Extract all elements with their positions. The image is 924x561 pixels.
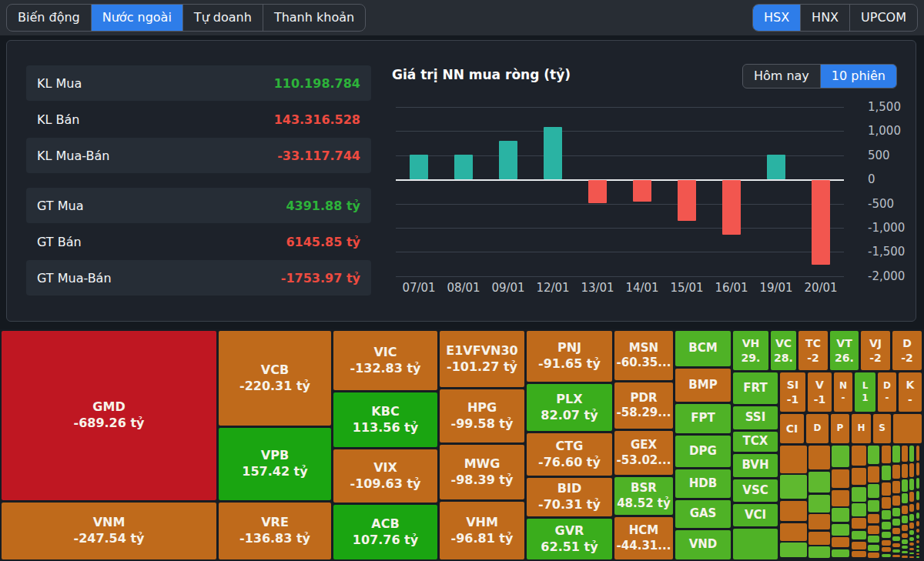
treemap-cell-small[interactable] [852,468,866,485]
treemap-cell-small[interactable] [868,536,879,543]
treemap-cell-small[interactable] [808,514,830,529]
treemap-cell-vj[interactable]: VJ-2 [861,331,890,370]
treemap-cell-small[interactable] [892,465,900,479]
tab-hsx[interactable]: HSX [753,5,801,31]
treemap-cell-small[interactable] [780,543,807,557]
treemap-cell-small[interactable] [909,537,914,541]
treemap-cell-fpt[interactable]: FPT [675,404,731,433]
treemap-cell-small[interactable] [916,556,920,558]
treemap-cell-h[interactable]: H [852,414,871,443]
treemap-cell-small[interactable] [882,497,891,508]
treemap-cell-vnd[interactable]: VND [675,530,731,559]
treemap-cell-small[interactable] [852,542,866,549]
treemap-cell-small[interactable] [909,556,914,558]
treemap-cell-vcb[interactable]: VCB-220.31 tỷ [219,331,331,426]
treemap-cell-small[interactable] [808,495,830,513]
treemap-cell-small[interactable] [868,526,879,534]
treemap-cell-small[interactable] [852,518,866,529]
treemap-cell-small[interactable] [916,513,920,519]
treemap-cell-small[interactable] [868,484,879,498]
treemap-cell-small[interactable] [892,446,900,462]
button-hom-nay[interactable]: Hôm nay [743,65,821,88]
treemap-cell-small[interactable] [780,475,807,499]
treemap-cell-p[interactable]: P [831,414,849,443]
treemap-cell-l[interactable]: L1 [855,372,875,412]
treemap-cell-small[interactable] [852,487,866,502]
treemap-cell-small[interactable] [892,536,900,542]
treemap-cell-vpb[interactable]: VPB157.42 tỷ [219,428,331,500]
treemap-cell-tc[interactable]: TC-2 [798,331,828,370]
treemap-cell-small[interactable] [832,446,849,467]
treemap-cell-msn[interactable]: MSN-60.35... [614,331,673,380]
treemap-cell-d[interactable]: D [806,414,829,443]
treemap-cell-small[interactable] [916,462,920,476]
treemap-cell-small[interactable] [902,479,907,491]
treemap-cell-small[interactable] [832,469,849,488]
treemap-cell-small[interactable] [916,546,920,548]
treemap-cell-gas[interactable]: GAS [675,500,731,528]
treemap-cell-small[interactable] [909,492,914,502]
tab-thanh-khoan[interactable]: Thanh khoản [263,5,365,31]
treemap-cell-small[interactable] [832,508,849,522]
treemap-cell-small[interactable] [868,545,879,551]
treemap-cell-small[interactable] [909,514,914,521]
treemap-cell-small[interactable] [852,531,866,540]
treemap-cell-small[interactable] [780,523,807,541]
treemap-cell-d[interactable]: D- [878,372,896,412]
treemap-cell-small[interactable] [780,501,807,522]
tab-nuoc-ngoai[interactable]: Nước ngoài [92,5,183,31]
treemap-cell-small[interactable] [832,524,849,536]
treemap-cell-gmd[interactable]: GMD-689.26 tỷ [2,331,216,500]
treemap-cell-small[interactable] [909,523,914,528]
treemap-cell-small[interactable] [916,549,920,551]
treemap-cell-d[interactable]: D-2 [892,331,922,370]
treemap-cell-small[interactable] [916,540,920,543]
treemap-cell-small[interactable] [902,506,907,514]
treemap-cell-small[interactable] [902,556,907,558]
treemap-cell-small[interactable] [902,516,907,523]
treemap-cell-kbc[interactable]: KBC113.56 tỷ [333,392,437,447]
treemap-cell-hpg[interactable]: HPG-99.58 tỷ [440,389,524,442]
treemap-cell-small[interactable] [882,483,891,496]
treemap-cell-small[interactable] [892,555,900,558]
treemap-cell-small[interactable] [868,446,879,464]
treemap-cell-pdr[interactable]: PDR-58.29... [614,382,673,429]
treemap-cell-small[interactable] [868,514,879,524]
treemap-cell-small[interactable] [892,528,900,534]
treemap-cell-acb[interactable]: ACB107.76 tỷ [333,505,437,559]
treemap-cell-small[interactable] [916,553,920,555]
button-10-phien[interactable]: 10 phiên [821,65,896,88]
treemap-cell-small[interactable] [882,540,891,546]
treemap-cell-small[interactable] [909,543,914,546]
treemap-cell-small[interactable] [892,496,900,506]
treemap-cell-small[interactable] [832,537,849,547]
treemap-cell-small[interactable] [852,551,866,557]
treemap-cell-small[interactable] [909,553,914,554]
treemap-cell-small[interactable] [882,547,891,552]
treemap-cell-si[interactable]: SI-1 [780,372,805,412]
treemap-cell-small[interactable] [892,481,900,493]
tab-upcom[interactable]: UPCOM [850,5,917,31]
treemap-cell-small[interactable] [808,472,830,493]
treemap-cell-small[interactable] [902,493,907,503]
treemap-cell-pnj[interactable]: PNJ-91.65 tỷ [527,331,612,382]
treemap-cell-small[interactable] [916,529,920,533]
treemap-cell-vc[interactable]: VC28. [771,331,796,370]
treemap-cell-plx[interactable]: PLX82.07 tỷ [527,384,612,431]
treemap-cell-small[interactable] [916,446,920,461]
treemap-cell-small[interactable] [808,546,830,557]
treemap-cell-vre[interactable]: VRE-136.83 tỷ [219,503,331,559]
treemap-cell-ctg[interactable]: CTG-76.60 tỷ [527,433,612,476]
treemap-cell-small[interactable] [892,508,900,517]
treemap-cell-vnm[interactable]: VNM-247.54 tỷ [2,503,216,559]
treemap-cell-small[interactable] [868,553,879,557]
treemap-cell-bid[interactable]: BID-70.31 tỷ [527,478,612,516]
treemap-cell-small[interactable] [909,446,914,462]
treemap-cell-gex[interactable]: GEX-53.02... [614,431,673,475]
treemap-cell-bvh[interactable]: BVH [733,454,778,477]
treemap-cell-tcx[interactable]: TCX [733,432,778,452]
treemap-cell-small[interactable] [892,543,900,548]
treemap-cell-small[interactable] [882,532,891,539]
treemap-cell-small[interactable] [852,503,866,516]
treemap-cell-small[interactable] [902,551,907,553]
